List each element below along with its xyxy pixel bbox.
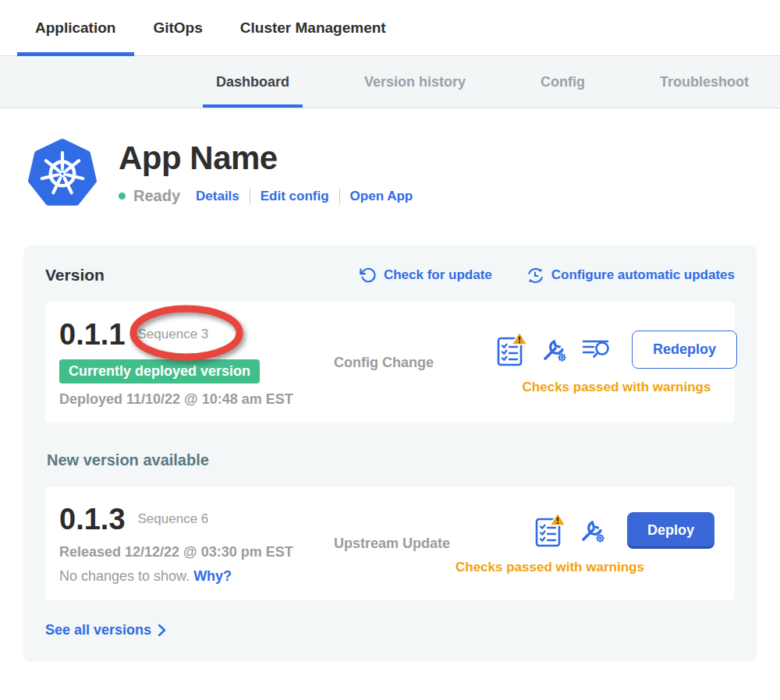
currently-deployed-badge: Currently deployed version [59,359,260,384]
deployed-timestamp: Deployed 11/10/22 @ 10:48 am EST [59,391,334,408]
why-link[interactable]: Why? [193,568,232,584]
preflight-checks-warning-icon[interactable] [496,331,527,367]
nav-item-application[interactable]: Application [35,0,115,55]
available-version-card: 0.1.3 Sequence 6 Released 12/12/22 @ 03:… [45,486,735,600]
tab-troubleshoot[interactable]: Troubleshoot [647,56,762,108]
app-tab-bar: Dashboard Version history Config Trouble… [0,56,780,108]
current-version-source: Config Change [334,355,434,371]
clock-refresh-icon [526,267,544,285]
nav-item-cluster-management[interactable]: Cluster Management [240,0,386,55]
check-for-update-label: Check for update [384,267,492,283]
config-wrench-icon[interactable] [541,334,569,364]
chevron-right-icon [158,624,166,637]
tab-version-history[interactable]: Version history [351,56,479,108]
no-changes-text: No changes to show. [59,568,190,584]
kubernetes-logo-icon [27,138,98,208]
current-version-card: 0.1.1 Sequence 3 Currently deployed vers… [45,302,735,423]
tab-dashboard[interactable]: Dashboard [203,56,303,108]
app-name-title: App Name [119,140,413,177]
divider [250,188,250,205]
open-app-link[interactable]: Open App [350,189,413,204]
nav-item-gitops[interactable]: GitOps [153,0,202,55]
app-header: App Name Ready Details Edit config Open … [27,138,780,208]
configure-automatic-updates-button[interactable]: Configure automatic updates [526,267,735,285]
released-timestamp: Released 12/12/22 @ 03:30 pm EST [59,544,334,560]
available-version-number: 0.1.3 [59,503,126,536]
redeploy-button[interactable]: Redeploy [632,331,737,369]
see-all-versions-label: See all versions [45,622,151,638]
details-link[interactable]: Details [196,189,239,204]
config-wrench-icon[interactable] [579,515,607,545]
current-version-sequence: Sequence 3 [138,327,209,342]
checks-passed-warnings-link[interactable]: Checks passed with warnings [496,380,737,395]
available-version-source: Upstream Update [334,536,450,552]
version-panel-title: Version [45,266,105,285]
version-panel: Version Check for update Configure autom… [23,246,757,662]
checks-passed-warnings-link[interactable]: Checks passed with warnings [456,560,714,575]
preflight-checks-warning-icon[interactable] [534,512,566,548]
tab-config[interactable]: Config [527,56,598,108]
current-version-number: 0.1.1 [59,318,126,352]
top-nav: Application GitOps Cluster Management [0,0,780,56]
configure-automatic-updates-label: Configure automatic updates [551,267,735,283]
edit-config-link[interactable]: Edit config [261,189,329,204]
ready-status-dot-icon [119,193,126,200]
available-version-sequence: Sequence 6 [138,511,209,527]
see-all-versions-link[interactable]: See all versions [45,622,735,638]
divider [339,188,340,205]
view-diff-icon[interactable] [582,338,612,361]
deploy-button[interactable]: Deploy [627,512,714,549]
app-status-text: Ready [133,187,180,205]
new-version-available-heading: New version available [47,451,735,469]
check-for-update-button[interactable]: Check for update [360,267,492,285]
refresh-icon [360,267,377,284]
